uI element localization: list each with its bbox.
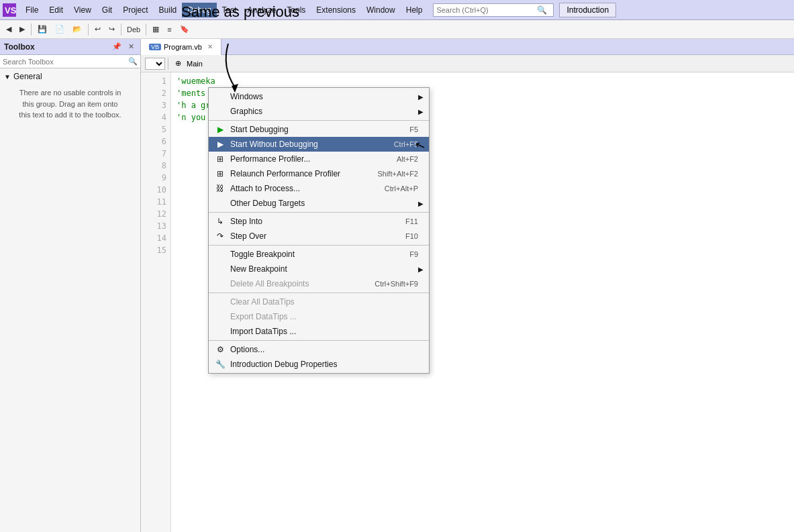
ctx-item-import-datatips[interactable]: Import DataTips ...	[209, 324, 429, 339]
global-search-input[interactable]	[436, 6, 537, 14]
line-number-12: 12	[141, 208, 170, 220]
ctx-item-intro-debug-props[interactable]: 🔧 Introduction Debug Properties	[209, 357, 429, 372]
ctx-graphics-label: Graphics	[230, 107, 262, 116]
line-number-8: 8	[141, 160, 170, 172]
ctx-delete-bp-label: Delete All Breakpoints	[230, 279, 309, 288]
ctx-toggle-bp-shortcut: F9	[396, 250, 418, 258]
ctx-item-start-debugging[interactable]: ▶ Start Debugging F5	[209, 122, 429, 137]
main-menu: File Edit View Git Project Build Debug T…	[20, 3, 791, 17]
method-label: ⊕	[175, 59, 181, 68]
ctx-perf-label: Performance Profiler...	[230, 154, 310, 164]
toolbox-title: Toolbox	[4, 42, 35, 52]
line-number-1: 1	[141, 75, 170, 87]
editor-toolbar: ⊕ Main	[141, 55, 794, 72]
menu-project[interactable]: Project	[117, 3, 153, 17]
ctx-start-nodebug-label: Start Without Debugging	[230, 140, 318, 149]
ctx-item-toggle-bp[interactable]: Toggle Breakpoint F9	[209, 247, 429, 262]
ctx-other-debug-label: Other Debug Targets	[230, 199, 305, 208]
introduction-button[interactable]: Introduction	[559, 3, 616, 17]
toolbar-undo-btn[interactable]: ↩	[91, 23, 104, 36]
ctx-item-relaunch-profiler[interactable]: ⊞ Relaunch Performance Profiler Shift+Al…	[209, 166, 429, 181]
toolbar-grid-btn[interactable]: ▦	[149, 23, 162, 36]
ctx-item-attach-process[interactable]: ⛓ Attach to Process... Ctrl+Alt+P	[209, 181, 429, 196]
toolbox-section-header-general[interactable]: ▼ General	[0, 70, 140, 83]
line-number-14: 14	[141, 232, 170, 244]
line-number-6: 6	[141, 136, 170, 148]
tab-vb-badge: VB	[149, 44, 161, 50]
ctx-attach-icon: ⛓	[214, 184, 226, 193]
toolbar-save-all-btn[interactable]: 📄	[52, 23, 68, 36]
toolbar-sep-3	[121, 23, 121, 36]
line-number-10: 10	[141, 184, 170, 196]
toolbox-search-icon[interactable]: 🔍	[128, 57, 138, 66]
menu-file[interactable]: File	[20, 3, 44, 17]
menu-edit[interactable]: Edit	[44, 3, 68, 17]
menu-git[interactable]: Git	[97, 3, 117, 17]
method-name: Main	[187, 60, 203, 68]
menu-tools[interactable]: Tools	[281, 3, 311, 17]
toolbar-save-btn[interactable]: 💾	[34, 23, 50, 36]
tab-program-vb[interactable]: VB Program.vb ✕	[141, 39, 221, 55]
tab-label-program: Program.vb	[164, 43, 202, 51]
menu-analyze[interactable]: Analyze	[242, 3, 282, 17]
toolbar-open-btn[interactable]: 📂	[69, 23, 85, 36]
ctx-sep-4	[209, 292, 429, 293]
ctx-item-graphics[interactable]: Graphics ▶	[209, 104, 429, 119]
ctx-item-other-debug[interactable]: Other Debug Targets ▶	[209, 196, 429, 211]
ctx-relaunch-icon: ⊞	[214, 169, 226, 178]
toolbox-section-label: General	[13, 72, 42, 81]
ctx-windows-arrow: ▶	[418, 93, 424, 101]
ctx-sep-3	[209, 245, 429, 246]
ctx-item-step-into[interactable]: ↳ Step Into F11	[209, 214, 429, 229]
ctx-item-new-bp[interactable]: New Breakpoint ▶	[209, 262, 429, 276]
toolbox-header: Toolbox 📌 ✕	[0, 39, 140, 55]
ctx-delete-bp-shortcut: Ctrl+Shift+F9	[361, 280, 418, 288]
toolbox-close-btn[interactable]: ✕	[126, 42, 136, 52]
menu-test[interactable]: Test	[217, 3, 242, 17]
ctx-options-icon: ⚙	[214, 345, 226, 354]
toolbar-back-btn[interactable]: ◀	[3, 23, 15, 36]
tab-close-icon[interactable]: ✕	[207, 43, 213, 50]
toolbox-search-input[interactable]	[3, 58, 128, 66]
ctx-item-start-without-debugging[interactable]: ▶ Start Without Debugging Ctrl+F5	[209, 137, 429, 152]
ctx-item-step-over[interactable]: ↷ Step Over F10	[209, 229, 429, 244]
ctx-intro-debug-icon: 🔧	[214, 360, 226, 369]
menu-view[interactable]: View	[68, 3, 97, 17]
line-number-13: 13	[141, 220, 170, 232]
toolbox-pin-btn[interactable]: 📌	[110, 42, 123, 52]
menu-extensions[interactable]: Extensions	[311, 3, 361, 17]
debug-context-menu: Windows ▶ Graphics ▶ ▶ Start Debugging F…	[208, 87, 430, 374]
line-number-15: 15	[141, 244, 170, 256]
menu-help[interactable]: Help	[401, 3, 428, 17]
line-number-7: 7	[141, 148, 170, 160]
ctx-sep-2	[209, 212, 429, 213]
ctx-step-into-shortcut: F11	[392, 217, 418, 225]
ctx-perf-shortcut: Alt+F2	[383, 155, 418, 163]
search-icon: 🔍	[537, 5, 547, 15]
global-search-bar[interactable]: 🔍	[433, 3, 554, 17]
ctx-item-delete-all-bp: Delete All Breakpoints Ctrl+Shift+F9	[209, 276, 429, 291]
ctx-step-into-label: Step Into	[230, 217, 262, 226]
ctx-sep-1	[209, 120, 429, 121]
toolbox-search-bar[interactable]: 🔍	[0, 55, 140, 68]
menu-build[interactable]: Build	[154, 3, 183, 17]
menu-debug[interactable]: Debug	[182, 3, 216, 17]
ctx-step-over-icon: ↷	[214, 231, 226, 241]
toolbar-bookmark-btn[interactable]: 🔖	[177, 23, 193, 36]
ctx-item-windows[interactable]: Windows ▶	[209, 89, 429, 104]
menu-window[interactable]: Window	[361, 3, 401, 17]
toolbar-sep-4	[146, 23, 146, 36]
scope-selector[interactable]	[145, 58, 165, 70]
ctx-start-debug-label: Start Debugging	[230, 125, 289, 134]
toolbar-align-btn[interactable]: ≡	[164, 23, 175, 36]
ctx-step-over-label: Step Over	[230, 231, 266, 241]
toolbar-forward-btn[interactable]: ▶	[16, 23, 28, 36]
ctx-options-label: Options...	[230, 345, 264, 354]
toolbar-sep-2	[88, 23, 89, 36]
toolbar-redo-btn[interactable]: ↪	[105, 23, 118, 36]
ctx-attach-label: Attach to Process...	[230, 184, 300, 193]
ctx-attach-shortcut: Ctrl+Alt+P	[371, 184, 418, 193]
ctx-item-options[interactable]: ⚙ Options...	[209, 342, 429, 357]
ctx-item-perf-profiler[interactable]: ⊞ Performance Profiler... Alt+F2	[209, 152, 429, 166]
line-number-4: 4	[141, 111, 170, 123]
